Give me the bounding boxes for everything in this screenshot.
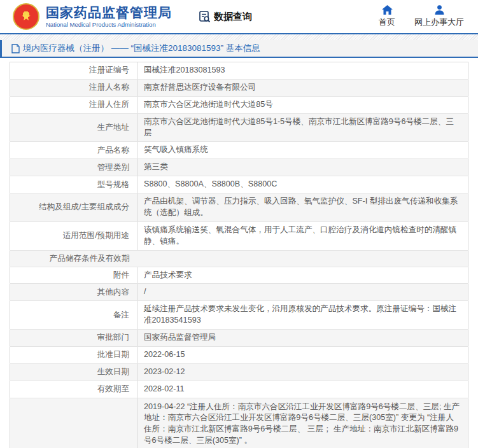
hatched-band (0, 34, 478, 40)
row-label: 附件 (10, 267, 137, 284)
row-label: 备注 (10, 301, 137, 330)
row-label: 结构及组成/主要组成成分 (10, 193, 137, 222)
table-row: 注册证编号国械注准20183081593 (10, 62, 468, 80)
page-title: 境内医疗器械（注册） —— “国械注准20183081593” 基本信息 (23, 43, 260, 54)
row-value: 产品由机架、调节器、压力指示、吸入回路、氧气监护仪、SF-Ⅰ 型排出废气传递和收… (137, 193, 468, 222)
row-value: 南京市六合区龙池街道时代大道85号1-5号楼、南京市江北新区博富路9号6号楼二层… (137, 113, 468, 142)
row-label: 审批部门 (10, 330, 137, 347)
row-label: 产品储存条件及有效期 (10, 250, 137, 267)
table-row: 其他内容/ (10, 284, 468, 301)
row-value: 南京市六合区龙池街道时代大道85号 (137, 96, 468, 113)
row-value: 2019-04-22 “注册人住所：南京市六合区沿江工业开发区博富路9号6号楼二… (137, 398, 468, 448)
site-header: ★ 国家药品监督管理局 National Medical Products Ad… (0, 0, 478, 33)
row-value: 2023-02-12 (137, 363, 468, 381)
org-name-zh: 国家药品监督管理局 (46, 5, 172, 20)
document-search-icon (199, 10, 211, 23)
table-wrap: 注册证编号国械注准20183081593注册人名称南京舒普思达医疗设备有限公司注… (0, 58, 478, 448)
national-emblem-logo: ★ (13, 3, 39, 30)
row-label: 批准日期 (10, 346, 137, 363)
table-row: 审批部门国家药品监督管理局 (10, 330, 468, 347)
nav-home-label: 首页 (379, 17, 395, 28)
home-icon (382, 5, 393, 15)
org-title-block: 国家药品监督管理局 National Medical Products Admi… (46, 5, 172, 28)
table-row: 型号规格S8800、S8800A、S8800B、S8800C (10, 176, 468, 193)
table-row: 变更情况2019-04-22 “注册人住所：南京市六合区沿江工业开发区博富路9号… (10, 398, 468, 448)
nav-service-hall[interactable]: 网上办事大厅 (414, 5, 464, 28)
row-label: 其他内容 (10, 284, 137, 301)
nav-service-hall-label: 网上办事大厅 (414, 17, 464, 28)
table-row: 批准日期2022-06-15 (10, 346, 468, 363)
table-row: 适用范围/预期用途该镇痛系统输送笑、氧混合气体，用于人工流产、口腔治疗及消化道内… (10, 221, 468, 250)
table-row: 管理类别第三类 (10, 159, 468, 176)
row-value (137, 250, 468, 267)
row-value: 2028-02-11 (137, 381, 468, 398)
row-label: 注册证编号 (10, 62, 137, 80)
row-value: / (137, 284, 468, 301)
table-row: 生产地址南京市六合区龙池街道时代大道85号1-5号楼、南京市江北新区博富路9号6… (10, 113, 468, 142)
nav-home[interactable]: 首页 (379, 5, 395, 28)
org-name-en: National Medical Products Administration (46, 21, 172, 28)
table-row: 产品储存条件及有效期 (10, 250, 468, 267)
row-value: 国械注准20183081593 (137, 62, 468, 80)
table-row: 生效日期2023-02-12 (10, 363, 468, 381)
row-label: 注册人住所 (10, 96, 137, 113)
row-label: 生产地址 (10, 113, 137, 142)
registration-info-table: 注册证编号国械注准20183081593注册人名称南京舒普思达医疗设备有限公司注… (10, 62, 468, 448)
row-label: 注册人名称 (10, 79, 137, 96)
page-title-bar: 境内医疗器械（注册） —— “国械注准20183081593” 基本信息 (0, 40, 478, 58)
row-label: 管理类别 (10, 159, 137, 176)
data-query-tab[interactable]: 数据查询 (199, 10, 252, 23)
row-value: 该镇痛系统输送笑、氧混合气体，用于人工流产、口腔治疗及消化道内镜检查时的清醒镇静… (137, 221, 468, 250)
row-label: 生效日期 (10, 363, 137, 381)
data-query-label: 数据查询 (214, 11, 252, 23)
row-value: 第三类 (137, 159, 468, 176)
row-label: 产品名称 (10, 142, 137, 159)
row-value: 笑气吸入镇痛系统 (137, 142, 468, 159)
change-record-paragraph: 2019-04-22 “注册人住所：南京市六合区沿江工业开发区博富路9号6号楼二… (144, 402, 461, 447)
table-row: 结构及组成/主要组成成分产品由机架、调节器、压力指示、吸入回路、氧气监护仪、SF… (10, 193, 468, 222)
row-value: 南京舒普思达医疗设备有限公司 (137, 79, 468, 96)
top-nav: 首页 网上办事大厅 (379, 5, 464, 28)
table-row: 注册人住所南京市六合区龙池街道时代大道85号 (10, 96, 468, 113)
table-row: 产品名称笑气吸入镇痛系统 (10, 142, 468, 159)
row-value: 国家药品监督管理局 (137, 330, 468, 347)
page-document-icon (11, 44, 23, 53)
row-label: 有效期至 (10, 381, 137, 398)
row-value: S8800、S8800A、S8800B、S8800C (137, 176, 468, 193)
table-row: 注册人名称南京舒普思达医疗设备有限公司 (10, 79, 468, 96)
person-icon (435, 5, 444, 15)
row-value: 2022-06-15 (137, 346, 468, 363)
table-row: 附件产品技术要求 (10, 267, 468, 284)
table-row: 有效期至2028-02-11 (10, 381, 468, 398)
row-value: 延续注册产品技术要求未发生变化，沿用原核发的产品技术要求。原注册证编号：国械注准… (137, 301, 468, 330)
row-label: 型号规格 (10, 176, 137, 193)
row-value: 产品技术要求 (137, 267, 468, 284)
row-label: 适用范围/预期用途 (10, 221, 137, 250)
table-row: 备注延续注册产品技术要求未发生变化，沿用原核发的产品技术要求。原注册证编号：国械… (10, 301, 468, 330)
row-label: 变更情况 (10, 398, 137, 448)
